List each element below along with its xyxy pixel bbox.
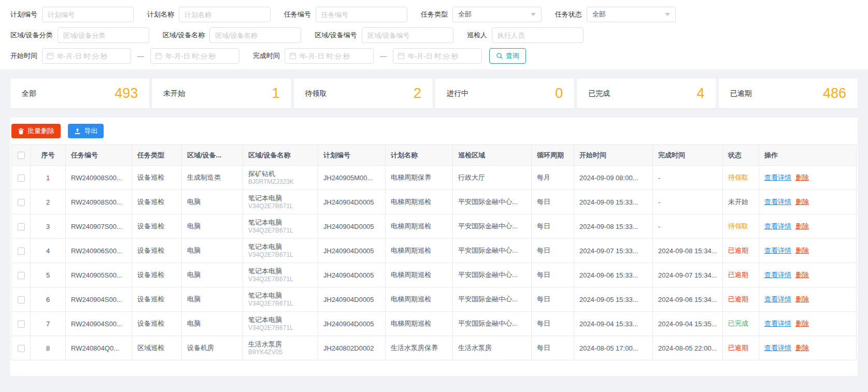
stat-card-overdue[interactable]: 已逾期 486 — [719, 79, 858, 108]
stat-value: 0 — [555, 85, 563, 101]
select-all-checkbox[interactable] — [18, 152, 25, 159]
column-header-area: 巡检区域 — [453, 145, 532, 166]
view-detail-link[interactable]: 查看详情 — [764, 246, 791, 254]
filter-device-code: 区域/设备编号 — [315, 27, 453, 43]
start-time-from-input[interactable] — [57, 52, 126, 60]
plan-no-input[interactable] — [42, 7, 134, 22]
finish-time-to-picker[interactable] — [393, 48, 482, 64]
row-checkbox[interactable] — [18, 345, 25, 352]
cell-device-name: 探矿钻机 BJ0RTMZJ323K — [243, 166, 318, 190]
finish-time-to-input[interactable] — [408, 52, 477, 60]
column-header-start: 开始时间 — [574, 145, 653, 166]
cell-plan-no: JH240905M00... — [318, 166, 386, 190]
task-no-label: 任务编号 — [284, 10, 311, 19]
row-checkbox[interactable] — [18, 223, 25, 230]
device-cat-input[interactable] — [58, 27, 149, 43]
view-detail-link[interactable]: 查看详情 — [764, 271, 791, 279]
task-no-input[interactable] — [316, 7, 407, 22]
delete-link[interactable]: 删除 — [795, 246, 809, 254]
filter-plan-name: 计划名称 — [147, 7, 271, 22]
table-row: 3 RW240907S00... 设备巡检 电脑 笔记本电脑 V34Q2E7B6… — [12, 214, 857, 239]
cell-plan-name: 电梯周期巡检 — [386, 287, 453, 312]
device-name-input[interactable] — [209, 27, 301, 43]
stat-value: 4 — [697, 85, 705, 101]
query-button[interactable]: 查询 — [489, 48, 526, 64]
stat-card-not-started[interactable]: 未开始 1 — [152, 79, 291, 108]
row-checkbox[interactable] — [18, 175, 25, 182]
column-header-plan-name: 计划名称 — [386, 145, 453, 166]
plan-name-input[interactable] — [179, 7, 271, 22]
stat-card-in-progress[interactable]: 进行中 0 — [435, 79, 574, 108]
row-checkbox[interactable] — [18, 248, 25, 255]
view-detail-link[interactable]: 查看详情 — [764, 344, 791, 352]
delete-link[interactable]: 删除 — [795, 295, 809, 303]
view-detail-link[interactable]: 查看详情 — [764, 320, 791, 327]
cell-cycle: 每日 — [532, 312, 574, 336]
stat-value: 486 — [823, 85, 846, 101]
stat-card-to-claim[interactable]: 待领取 2 — [294, 79, 433, 108]
table-toolbar: 批量删除 导出 — [11, 123, 857, 144]
range-separator: — — [380, 52, 387, 60]
stat-label: 已完成 — [588, 89, 610, 98]
batch-delete-label: 批量删除 — [27, 126, 54, 136]
delete-link[interactable]: 删除 — [795, 271, 809, 279]
cell-device-name: 笔记本电脑 V34Q2E7B671L — [243, 190, 318, 214]
device-name-label: 区域/设备名称 — [163, 31, 205, 40]
export-label: 导出 — [84, 126, 97, 136]
stat-value: 1 — [272, 85, 280, 101]
start-time-to-input[interactable] — [165, 52, 235, 60]
cell-index: 1 — [31, 166, 66, 190]
view-detail-link[interactable]: 查看详情 — [764, 198, 791, 206]
delete-link[interactable]: 删除 — [795, 198, 809, 206]
cell-actions: 查看详情删除 — [759, 336, 857, 360]
row-checkbox[interactable] — [18, 199, 25, 206]
status-badge: 待领取 — [728, 173, 748, 181]
cell-actions: 查看详情删除 — [759, 287, 857, 312]
view-detail-link[interactable]: 查看详情 — [764, 173, 791, 181]
stat-card-all[interactable]: 全部 493 — [10, 79, 149, 108]
start-time-from-picker[interactable] — [42, 48, 131, 64]
row-checkbox[interactable] — [18, 321, 25, 328]
cell-status: 已逾期 — [723, 239, 759, 263]
task-status-select[interactable]: 全部 — [587, 7, 676, 22]
batch-delete-button[interactable]: 批量删除 — [11, 124, 61, 138]
cell-plan-name: 电梯周期巡检 — [386, 239, 453, 263]
cell-start: 2024-09-04 15:33... — [574, 312, 653, 336]
cell-task-no: RW240908S00... — [66, 190, 132, 214]
view-detail-link[interactable]: 查看详情 — [764, 295, 791, 303]
finish-time-from-input[interactable] — [300, 52, 369, 60]
device-code-input[interactable] — [362, 27, 453, 43]
cell-finish: - — [653, 214, 723, 239]
export-button[interactable]: 导出 — [68, 124, 104, 138]
status-badge: 已逾期 — [728, 295, 748, 303]
cell-start: 2024-08-05 17:00... — [574, 336, 653, 360]
row-checkbox[interactable] — [18, 272, 25, 279]
table-row: 7 RW240904S00... 设备巡检 电脑 笔记本电脑 V34Q2E7B6… — [12, 312, 857, 336]
delete-link[interactable]: 删除 — [795, 222, 809, 230]
view-detail-link[interactable]: 查看详情 — [764, 222, 791, 230]
filter-task-no: 任务编号 — [284, 7, 407, 22]
cell-plan-name: 电梯周期保养 — [386, 166, 453, 190]
column-header-finish: 完成时间 — [653, 145, 723, 166]
filter-device-cat: 区域/设备分类 — [10, 27, 149, 43]
stat-card-completed[interactable]: 已完成 4 — [577, 79, 716, 108]
row-checkbox[interactable] — [18, 296, 25, 303]
task-type-select[interactable]: 全部 — [452, 7, 542, 22]
delete-link[interactable]: 删除 — [795, 320, 809, 327]
inspector-input[interactable] — [492, 27, 584, 43]
table-row: 6 RW240904S00... 设备巡检 电脑 笔记本电脑 V34Q2E7B6… — [12, 287, 857, 312]
cell-task-type: 设备巡检 — [132, 312, 182, 336]
plan-no-label: 计划编号 — [10, 10, 37, 19]
cell-task-type: 设备巡检 — [132, 166, 182, 190]
stat-label: 进行中 — [447, 89, 468, 98]
delete-link[interactable]: 删除 — [795, 173, 809, 181]
delete-link[interactable]: 删除 — [795, 344, 809, 352]
start-time-to-picker[interactable] — [150, 48, 239, 64]
cell-device-cat: 电脑 — [182, 312, 243, 336]
cell-task-type: 设备巡检 — [132, 263, 182, 287]
finish-time-from-picker[interactable] — [284, 48, 374, 64]
stat-value: 493 — [115, 85, 138, 101]
trash-icon — [18, 128, 24, 135]
chevron-down-icon — [665, 13, 670, 16]
status-badge: 已完成 — [728, 320, 748, 327]
